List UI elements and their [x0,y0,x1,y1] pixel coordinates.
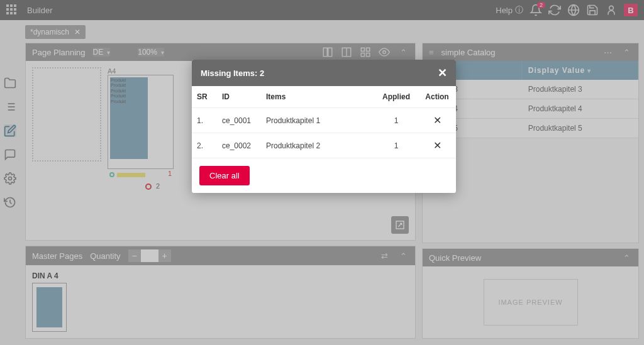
remove-row-icon[interactable]: ✕ [433,140,441,151]
modal-close-icon[interactable]: ✕ [438,66,447,80]
col-action: Action [418,86,456,108]
remove-row-icon[interactable]: ✕ [433,115,441,126]
col-id: ID [217,86,261,108]
missing-items-modal: Missing Items: 2 ✕ SR ID Items Applied A… [192,60,456,193]
clear-all-button[interactable]: Clear all [199,166,250,185]
table-row: 1. ce_0001 Produktkapitel 1 1 ✕ [192,108,456,133]
missing-items-table: SR ID Items Applied Action 1. ce_0001 Pr… [192,86,456,158]
table-row: 2. ce_0002 Produktkapitel 2 1 ✕ [192,133,456,158]
col-sr: SR [192,86,217,108]
col-applied: Applied [374,86,418,108]
col-items: Items [261,86,374,108]
modal-title: Missing Items: 2 [201,68,264,78]
